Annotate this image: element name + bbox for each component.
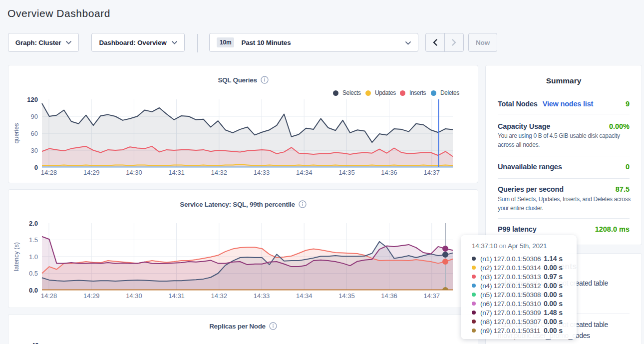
svg-text:14:33: 14:33 xyxy=(254,169,270,176)
svg-text:14:32: 14:32 xyxy=(211,169,228,176)
svg-text:60: 60 xyxy=(31,130,38,137)
svg-text:14:28: 14:28 xyxy=(41,169,57,176)
svg-text:1.5: 1.5 xyxy=(29,236,38,244)
svg-text:14:37: 14:37 xyxy=(424,169,440,176)
svg-text:14:30: 14:30 xyxy=(126,292,142,300)
svg-text:14:36: 14:36 xyxy=(381,292,397,300)
svg-text:14:35: 14:35 xyxy=(338,169,355,176)
svg-text:0.0: 0.0 xyxy=(29,287,38,294)
svg-text:14:32: 14:32 xyxy=(211,292,228,300)
svg-text:0: 0 xyxy=(34,164,38,171)
svg-text:14:34: 14:34 xyxy=(296,292,313,300)
svg-text:90: 90 xyxy=(31,113,38,120)
svg-text:latency (s): latency (s) xyxy=(13,242,20,271)
svg-text:2.0: 2.0 xyxy=(29,220,38,227)
svg-text:14:37: 14:37 xyxy=(424,292,440,300)
svg-text:1.0: 1.0 xyxy=(29,253,38,261)
svg-text:14:29: 14:29 xyxy=(83,169,100,176)
svg-text:30: 30 xyxy=(31,147,38,154)
svg-text:14:30: 14:30 xyxy=(126,169,142,176)
svg-text:14:35: 14:35 xyxy=(338,292,355,300)
svg-text:14:36: 14:36 xyxy=(381,169,397,176)
svg-text:14:31: 14:31 xyxy=(168,292,185,300)
svg-text:14:34: 14:34 xyxy=(296,169,313,176)
svg-text:0.5: 0.5 xyxy=(29,270,38,277)
svg-text:queries: queries xyxy=(13,123,20,144)
svg-text:14:29: 14:29 xyxy=(83,292,100,300)
svg-text:14:28: 14:28 xyxy=(41,292,57,300)
svg-text:120: 120 xyxy=(27,96,38,103)
svg-text:14:31: 14:31 xyxy=(168,169,185,176)
svg-text:14:33: 14:33 xyxy=(254,292,270,300)
